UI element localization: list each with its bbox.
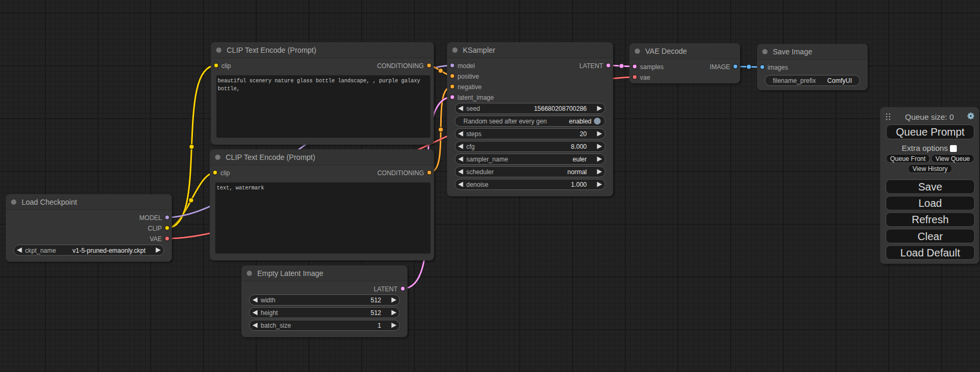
svg-text:model: model [458,62,475,70]
svg-text:samples: samples [640,63,664,71]
svg-text:vae: vae [640,74,651,81]
svg-text:Save: Save [918,181,943,193]
svg-text:images: images [768,64,788,71]
svg-text:CLIP Text Encode (Prompt): CLIP Text Encode (Prompt) [227,46,316,54]
svg-text:8.000: 8.000 [571,143,587,150]
svg-text:positive: positive [458,73,479,80]
svg-text:1: 1 [377,322,381,329]
svg-text:normal: normal [567,168,587,176]
svg-text:CONDITIONING: CONDITIONING [377,62,424,70]
svg-text:CONDITIONING: CONDITIONING [377,169,424,177]
svg-text:text, watermark: text, watermark [217,185,264,191]
svg-text:KSampler: KSampler [463,46,496,54]
svg-text:512: 512 [371,297,381,304]
svg-text:IMAGE: IMAGE [710,63,730,71]
svg-text:Load: Load [918,197,942,209]
svg-text:VAE: VAE [150,235,162,243]
svg-text:CLIP Text Encode (Prompt): CLIP Text Encode (Prompt) [226,153,315,161]
svg-text:512: 512 [371,309,381,317]
svg-text:Extra options: Extra options [902,144,948,152]
svg-text:seed: seed [467,105,480,112]
svg-text:width: width [260,297,276,304]
svg-text:Load Default: Load Default [900,247,960,259]
svg-text:Queue size: 0: Queue size: 0 [905,112,954,121]
svg-text:filename_prefix: filename_prefix [773,77,816,84]
svg-text:Save Image: Save Image [773,47,812,56]
svg-text:ComfyUI: ComfyUI [827,77,852,84]
svg-text:denoise: denoise [467,181,489,188]
svg-text:v1-5-pruned-emaonly.ckpt: v1-5-pruned-emaonly.ckpt [72,247,145,254]
svg-text:clip: clip [220,169,230,177]
svg-text:sampler_name: sampler_name [467,156,509,163]
svg-text:scheduler: scheduler [467,168,494,176]
svg-text:LATENT: LATENT [374,285,398,293]
svg-text:Clear: Clear [918,231,943,242]
svg-text:beautiful scenery nature glass: beautiful scenery nature glass bottle la… [218,78,420,84]
svg-text:View History: View History [913,165,947,173]
svg-text:Empty Latent Image: Empty Latent Image [257,269,324,278]
svg-text:Load Checkpoint: Load Checkpoint [22,198,77,206]
svg-text:negative: negative [458,83,482,91]
svg-text:LATENT: LATENT [579,62,604,70]
svg-text:CLIP: CLIP [148,225,162,232]
svg-text:Random seed after every gen: Random seed after every gen [463,118,547,125]
svg-text:ckpt_name: ckpt_name [25,247,56,254]
svg-text:Queue Prompt: Queue Prompt [896,126,965,138]
svg-text:156680208700286: 156680208700286 [534,105,587,112]
svg-text:euler: euler [573,156,587,163]
svg-text:cfg: cfg [467,143,475,150]
svg-text:steps: steps [467,130,482,138]
svg-text:VAE Decode: VAE Decode [645,47,687,55]
svg-text:batch_size: batch_size [261,322,292,329]
svg-text:Queue Front: Queue Front [890,155,926,163]
svg-text:enabled: enabled [569,118,591,125]
svg-text:MODEL: MODEL [139,214,162,222]
svg-text:height: height [261,309,278,317]
svg-text:20: 20 [580,130,587,138]
svg-text:Refresh: Refresh [911,214,948,225]
svg-text:bottle,: bottle, [218,86,240,92]
svg-text:View Queue: View Queue [936,155,970,163]
svg-text:latent_image: latent_image [458,94,494,101]
svg-text:1.000: 1.000 [571,181,587,188]
svg-text:clip: clip [221,62,231,70]
